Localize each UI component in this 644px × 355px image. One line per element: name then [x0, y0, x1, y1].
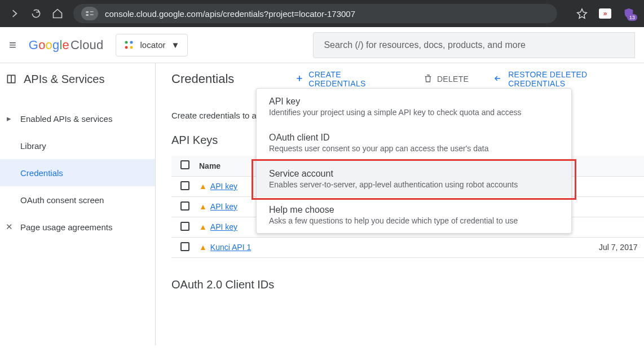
api-key-link[interactable]: API key [210, 202, 237, 211]
svg-point-6 [125, 46, 128, 49]
warning-icon: ▲ [199, 222, 207, 231]
google-cloud-logo[interactable]: Google Cloud [29, 38, 104, 52]
undo-icon [493, 74, 504, 85]
create-credentials-menu: API key Identifies your project using a … [256, 88, 572, 234]
extension-badge-icon[interactable]: » [599, 8, 611, 19]
project-picker[interactable]: locator ▼ [116, 34, 188, 56]
warning-icon: ▲ [199, 182, 207, 191]
svg-rect-2 [90, 11, 94, 12]
address-bar[interactable]: console.cloud.google.com/apis/credential… [73, 4, 557, 23]
search-input[interactable]: Search (/) for resources, docs, products… [313, 32, 635, 58]
svg-rect-0 [86, 11, 89, 13]
nav-bullet-icon [6, 141, 12, 151]
home-icon[interactable] [52, 8, 63, 19]
plus-icon [295, 74, 304, 85]
site-info-icon[interactable] [81, 7, 98, 20]
sidebar: APIs & Services ▸ Enabled APIs & service… [0, 63, 156, 345]
api-key-link[interactable]: API key [210, 182, 237, 191]
extension-count-badge: 13 [627, 14, 637, 21]
svg-point-4 [125, 41, 128, 43]
trash-icon [424, 74, 433, 85]
menu-item-api-key[interactable]: API key Identifies your project using a … [257, 89, 571, 125]
project-picker-icon [124, 40, 134, 50]
nav-bullet-icon [6, 168, 12, 178]
nav-bullet-icon [6, 195, 12, 205]
sidebar-item-oauth-consent[interactable]: OAuth consent screen [0, 186, 155, 213]
create-credentials-button[interactable]: CREATE CREDENTIALS [295, 70, 399, 88]
sidebar-item-credentials[interactable]: Credentials [0, 159, 155, 186]
menu-item-help-me-choose[interactable]: Help me choose Asks a few questions to h… [257, 197, 571, 233]
cloud-header: ≡ Google Cloud locator ▼ Search (/) for … [0, 27, 644, 63]
warning-icon: ▲ [199, 202, 207, 211]
row-checkbox[interactable] [180, 201, 189, 211]
hamburger-icon[interactable]: ≡ [9, 38, 16, 52]
extension-shield-icon[interactable]: 13 [623, 7, 635, 20]
apis-section-icon [6, 73, 17, 85]
svg-rect-3 [90, 14, 94, 15]
search-placeholder: Search (/) for resources, docs, products… [324, 40, 525, 50]
sidebar-item-label: Library [20, 141, 46, 151]
menu-item-oauth-client[interactable]: OAuth client ID Requests user consent so… [257, 125, 571, 161]
section-title: APIs & Services [24, 73, 104, 86]
delete-button[interactable]: DELETE [424, 74, 469, 85]
sidebar-item-label: OAuth consent screen [20, 195, 104, 205]
row-date: Jul 7, 2017 [441, 237, 644, 257]
sidebar-item-label: Enabled APIs & services [20, 114, 112, 124]
menu-item-service-account[interactable]: Service account Enables server-to-server… [257, 161, 571, 197]
svg-point-5 [130, 41, 133, 43]
sidebar-item-library[interactable]: Library [0, 132, 155, 159]
nav-bullet-icon: ✕ [6, 222, 12, 232]
project-name: locator [140, 40, 165, 50]
url-text: console.cloud.google.com/apis/credential… [105, 9, 355, 19]
row-checkbox[interactable] [180, 242, 189, 251]
page-title: Credentials [171, 72, 234, 86]
browser-chrome: console.cloud.google.com/apis/credential… [0, 0, 644, 27]
sidebar-item-enabled-apis[interactable]: ▸ Enabled APIs & services [0, 105, 155, 132]
sidebar-item-page-usage[interactable]: ✕ Page usage agreements [0, 213, 155, 240]
chevron-down-icon: ▼ [171, 40, 180, 50]
star-icon[interactable] [576, 8, 588, 19]
sidebar-item-label: Page usage agreements [20, 222, 112, 232]
main-content: Credentials CREATE CREDENTIALS DELETE RE… [156, 63, 644, 345]
table-row: ▲Kunci API 1 Jul 7, 2017 [171, 237, 644, 257]
select-all-checkbox[interactable] [180, 160, 189, 169]
forward-icon[interactable] [9, 8, 20, 19]
warning-icon: ▲ [199, 243, 207, 252]
nav-bullet-icon: ▸ [6, 113, 12, 124]
svg-point-7 [130, 46, 133, 49]
svg-rect-1 [86, 14, 89, 16]
oauth-clients-heading: OAuth 2.0 Client IDs [171, 278, 644, 291]
restore-credentials-button[interactable]: RESTORE DELETED CREDENTIALS [493, 70, 644, 88]
sidebar-item-label: Credentials [20, 168, 63, 178]
reload-icon[interactable] [30, 8, 42, 19]
api-key-link[interactable]: Kunci API 1 [210, 243, 251, 252]
row-checkbox[interactable] [180, 222, 189, 231]
row-checkbox[interactable] [180, 181, 189, 190]
api-key-link[interactable]: API key [210, 222, 237, 231]
